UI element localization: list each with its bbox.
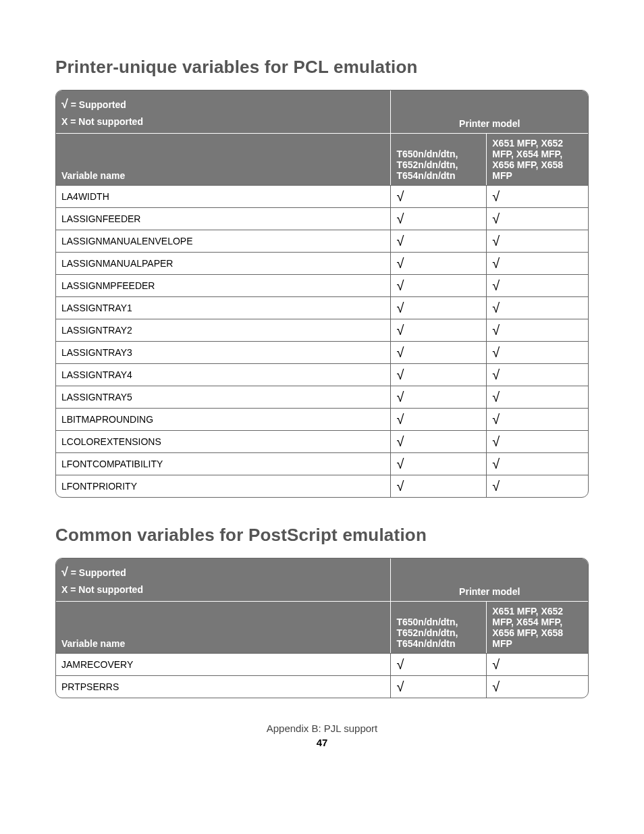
model1-cell: √ — [391, 408, 487, 430]
variable-name-cell: LBITMAPROUNDING — [56, 408, 391, 430]
table-row: LASSIGNFEEDER√√ — [56, 207, 588, 230]
table-row: LFONTCOMPATIBILITY√√ — [56, 452, 588, 475]
footer-appendix: Appendix B: PJL support — [55, 723, 589, 734]
model2-cell: √ — [487, 230, 588, 252]
model1-cell: √ — [391, 430, 487, 452]
model1-cell: √ — [391, 386, 487, 408]
variable-name-cell: LASSIGNTRAY1 — [56, 296, 391, 319]
variable-name-cell: LASSIGNMPFEEDER — [56, 274, 391, 296]
model2-cell: √ — [487, 185, 588, 207]
model1-cell: √ — [391, 296, 487, 319]
model1-header: T650n/dn/dtn, T652n/dn/dtn, T654n/dn/dtn — [391, 602, 487, 653]
model1-cell: √ — [391, 452, 487, 475]
model2-cell: √ — [487, 207, 588, 230]
model2-cell: √ — [487, 430, 588, 452]
printer-model-header: Printer model — [391, 90, 588, 134]
variable-name-cell: JAMRECOVERY — [56, 653, 391, 675]
table-row: LASSIGNMANUALENVELOPE√√ — [56, 230, 588, 252]
table-row: LASSIGNTRAY2√√ — [56, 319, 588, 341]
variable-name-cell: LFONTCOMPATIBILITY — [56, 452, 391, 475]
table-pcl-variables: √ = Supported X = Not supported Printer … — [55, 90, 589, 498]
section2-heading: Common variables for PostScript emulatio… — [55, 525, 589, 546]
model1-cell: √ — [391, 341, 487, 363]
table-row: LBITMAPROUNDING√√ — [56, 408, 588, 430]
section1-heading: Printer-unique variables for PCL emulati… — [55, 57, 589, 78]
printer-model-header: Printer model — [391, 558, 588, 602]
model2-cell: √ — [487, 341, 588, 363]
model1-cell: √ — [391, 319, 487, 341]
variable-name-cell: PRTPSERRS — [56, 675, 391, 698]
model2-cell: √ — [487, 475, 588, 497]
table-postscript-variables: √ = Supported X = Not supported Printer … — [55, 558, 589, 698]
variable-name-cell: LASSIGNTRAY4 — [56, 363, 391, 386]
model1-cell: √ — [391, 653, 487, 675]
table-row: JAMRECOVERY√√ — [56, 653, 588, 675]
model2-header: X651 MFP, X652 MFP, X654 MFP, X656 MFP, … — [487, 134, 588, 185]
model2-cell: √ — [487, 408, 588, 430]
model1-cell: √ — [391, 363, 487, 386]
table-row: LASSIGNMANUALPAPER√√ — [56, 252, 588, 274]
table-row: LA4WIDTH√√ — [56, 185, 588, 207]
table-row: LASSIGNTRAY3√√ — [56, 341, 588, 363]
model1-cell: √ — [391, 230, 487, 252]
variable-name-cell: LASSIGNTRAY3 — [56, 341, 391, 363]
variable-name-header: Variable name — [56, 602, 391, 653]
variable-name-cell: LFONTPRIORITY — [56, 475, 391, 497]
model1-cell: √ — [391, 207, 487, 230]
model2-header: X651 MFP, X652 MFP, X654 MFP, X656 MFP, … — [487, 602, 588, 653]
model2-cell: √ — [487, 386, 588, 408]
variable-name-cell: LASSIGNMANUALENVELOPE — [56, 230, 391, 252]
model1-cell: √ — [391, 185, 487, 207]
variable-name-cell: LASSIGNTRAY2 — [56, 319, 391, 341]
model2-cell: √ — [487, 296, 588, 319]
page-footer: Appendix B: PJL support 47 — [55, 723, 589, 748]
model1-cell: √ — [391, 252, 487, 274]
table-row: LASSIGNTRAY1√√ — [56, 296, 588, 319]
variable-name-cell: LASSIGNFEEDER — [56, 207, 391, 230]
legend-cell: √ = Supported X = Not supported — [56, 90, 391, 134]
variable-name-cell: LCOLOREXTENSIONS — [56, 430, 391, 452]
model2-cell: √ — [487, 319, 588, 341]
table-row: LASSIGNTRAY4√√ — [56, 363, 588, 386]
variable-name-header: Variable name — [56, 134, 391, 185]
model2-cell: √ — [487, 675, 588, 698]
model1-cell: √ — [391, 274, 487, 296]
table-row: LFONTPRIORITY√√ — [56, 475, 588, 497]
table-row: LASSIGNTRAY5√√ — [56, 386, 588, 408]
variable-name-cell: LASSIGNMANUALPAPER — [56, 252, 391, 274]
model1-cell: √ — [391, 675, 487, 698]
legend-cell: √ = Supported X = Not supported — [56, 558, 391, 602]
model2-cell: √ — [487, 452, 588, 475]
variable-name-cell: LASSIGNTRAY5 — [56, 386, 391, 408]
model1-cell: √ — [391, 475, 487, 497]
model2-cell: √ — [487, 363, 588, 386]
model2-cell: √ — [487, 653, 588, 675]
table-row: LASSIGNMPFEEDER√√ — [56, 274, 588, 296]
model1-header: T650n/dn/dtn, T652n/dn/dtn, T654n/dn/dtn — [391, 134, 487, 185]
table-row: LCOLOREXTENSIONS√√ — [56, 430, 588, 452]
model2-cell: √ — [487, 274, 588, 296]
footer-page-number: 47 — [55, 737, 589, 748]
variable-name-cell: LA4WIDTH — [56, 185, 391, 207]
model2-cell: √ — [487, 252, 588, 274]
table-row: PRTPSERRS√√ — [56, 675, 588, 698]
